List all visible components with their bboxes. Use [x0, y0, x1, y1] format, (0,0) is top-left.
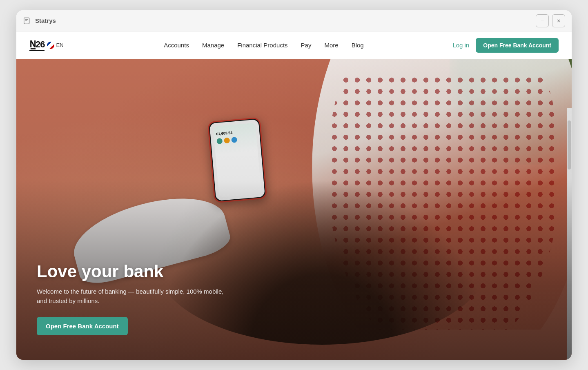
nav-pay[interactable]: Pay [295, 38, 317, 52]
nav-actions: Log in Open Free Bank Account [452, 38, 559, 53]
language-selector[interactable]: EN [47, 42, 63, 49]
n26-logo[interactable]: N̲26 [29, 39, 45, 51]
minimize-button[interactable]: − [536, 14, 549, 27]
title-bar: Statrys − × [16, 10, 572, 31]
title-bar-brand: Statrys [35, 17, 56, 24]
nav-manage[interactable]: Manage [196, 38, 230, 52]
hero-cta-button[interactable]: Open Free Bank Account [37, 317, 128, 335]
hero-title: Love your bank [37, 262, 233, 281]
nav-more[interactable]: More [318, 38, 344, 52]
hero-subtitle: Welcome to the future of banking — beaut… [37, 287, 233, 305]
statrys-icon [23, 16, 32, 25]
login-link[interactable]: Log in [452, 42, 469, 49]
navbar: N̲26 EN Accounts Manage Financial Produc… [16, 31, 572, 59]
close-button[interactable]: × [552, 14, 565, 27]
language-label: EN [56, 42, 63, 48]
navbar-brand: N̲26 EN [29, 39, 64, 51]
title-bar-logo: Statrys [23, 16, 56, 25]
navbar-cta-button[interactable]: Open Free Bank Account [476, 38, 559, 53]
hero-content: Love your bank Welcome to the future of … [37, 262, 233, 335]
browser-window: Statrys − × N̲26 EN Accounts Manage Fina… [16, 10, 572, 360]
nav-blog[interactable]: Blog [346, 38, 370, 52]
nav-financial-products[interactable]: Financial Products [232, 38, 293, 52]
flag-icon [47, 42, 54, 49]
nav-links: Accounts Manage Financial Products Pay M… [75, 38, 453, 52]
title-bar-controls: − × [536, 14, 565, 27]
nav-accounts[interactable]: Accounts [158, 38, 195, 52]
hero-section: €1,603.54 Love your bank Welcome to the … [16, 59, 572, 360]
